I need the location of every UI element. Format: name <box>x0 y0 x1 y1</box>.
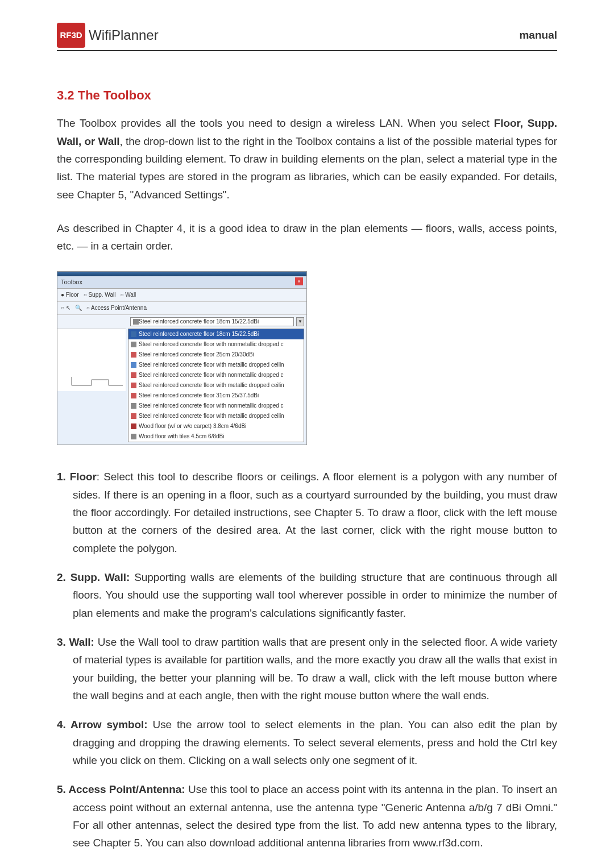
material-item-label: Steel reinforced concrete floor 31cm 25/… <box>139 391 259 400</box>
material-dropdown[interactable]: Steel reinforced concrete floor 18cm 15/… <box>57 315 306 329</box>
paragraph-2: As described in Chapter 4, it is a good … <box>57 219 557 255</box>
material-item-label: Steel reinforced concrete floor with non… <box>139 340 284 349</box>
material-item-label: Wood floor (w/ or w/o carpet) 3.8cm 4/6d… <box>139 422 246 431</box>
list-item: 3. Wall: Use the Wall tool to draw parti… <box>57 633 557 704</box>
item-title: Access Point/Antenna: <box>68 783 185 795</box>
item-number: 1. <box>57 471 70 483</box>
list-item: 2. Supp. Wall: Supporting walls are elem… <box>57 568 557 622</box>
app-titlebar <box>57 272 306 276</box>
toolbox-title: Toolbox <box>61 277 82 288</box>
numbered-list: 1. Floor: Select this tool to describe f… <box>57 468 557 852</box>
para1-a: The Toolbox provides all the tools you n… <box>57 117 494 129</box>
drawing-canvas[interactable] <box>57 329 126 391</box>
header-label: manual <box>519 27 557 44</box>
material-item-label: Steel reinforced concrete floor with met… <box>139 360 284 369</box>
chevron-down-icon[interactable]: ▼ <box>296 317 304 326</box>
radio-floor[interactable]: ● Floor <box>61 290 79 300</box>
list-item: 4. Arrow symbol: Use the arrow tool to s… <box>57 716 557 769</box>
item-title: Arrow symbol: <box>70 719 148 730</box>
logo: RF3D WifiPlanner <box>57 23 159 48</box>
material-list-item[interactable]: Steel reinforced concrete floor with met… <box>128 411 304 421</box>
material-item-label: Steel reinforced concrete floor 25cm 20/… <box>139 350 254 359</box>
material-list-item[interactable]: Steel reinforced concrete floor 31cm 25/… <box>128 391 304 401</box>
swatch-icon <box>131 352 136 358</box>
item-number: 4. <box>57 719 70 730</box>
material-list-item[interactable]: Steel reinforced concrete floor with non… <box>128 339 304 350</box>
material-list-item[interactable]: Steel reinforced concrete floor 18cm 15/… <box>128 329 304 339</box>
item-body: Use the Wall tool to draw partition wall… <box>73 636 557 701</box>
list-item: 1. Floor: Select this tool to describe f… <box>57 468 557 557</box>
item-number: 3. <box>57 636 69 648</box>
list-item: 5. Access Point/Antenna: Use this tool t… <box>57 780 557 852</box>
swatch-icon <box>133 319 139 325</box>
material-list-item[interactable]: Steel reinforced concrete floor with non… <box>128 401 304 411</box>
section-title: 3.2 The Toolbox <box>57 85 557 105</box>
radio-row: ● Floor ○ Supp. Wall ○ Wall <box>57 289 306 302</box>
close-icon[interactable]: × <box>295 277 303 285</box>
radio-ap[interactable]: ○ Access Point/Antenna <box>86 304 147 313</box>
item-number: 5. <box>57 783 68 795</box>
material-item-label: Steel reinforced concrete floor with non… <box>139 401 284 410</box>
item-number: 2. <box>57 571 70 583</box>
item-body: Select this tool to describe floors or c… <box>73 471 557 554</box>
para1-b: , the drop-down list to the right in the… <box>57 135 557 201</box>
swatch-icon <box>131 362 136 368</box>
item-title: Floor <box>70 471 97 483</box>
page-header: RF3D WifiPlanner manual <box>57 23 557 51</box>
magnify-tool-icon[interactable]: 🔍 <box>75 304 82 313</box>
item-body: Supporting walls are elements of the bui… <box>73 571 557 619</box>
dropdown-selected[interactable]: Steel reinforced concrete floor 18cm 15/… <box>130 317 294 326</box>
swatch-icon <box>131 342 136 347</box>
material-item-label: Wood floor with tiles 4.5cm 6/8dBi <box>139 432 224 441</box>
logo-icon: RF3D <box>57 23 85 48</box>
swatch-icon <box>131 403 136 409</box>
material-list-item[interactable]: Wood floor (w/ or w/o carpet) 3.8cm 4/6d… <box>128 421 304 431</box>
swatch-icon <box>131 423 136 429</box>
material-item-label: Steel reinforced concrete floor with met… <box>139 412 284 421</box>
radio-wall[interactable]: ○ Wall <box>120 290 136 300</box>
material-list-item[interactable]: Steel reinforced concrete floor 25cm 20/… <box>128 350 304 360</box>
swatch-icon <box>131 393 136 398</box>
material-list-item[interactable]: Steel reinforced concrete floor with met… <box>128 360 304 370</box>
swatch-icon <box>131 434 136 439</box>
paragraph-1: The Toolbox provides all the tools you n… <box>57 114 557 203</box>
item-title: Supp. Wall: <box>70 571 130 583</box>
arrow-tool-icon[interactable]: ○ ↖ <box>61 304 70 313</box>
material-list-item[interactable]: Wood floor with tiles 4.5cm 6/8dBi <box>128 431 304 442</box>
logo-text: WifiPlanner <box>89 24 159 46</box>
toolbox-titlebar: Toolbox × <box>57 276 306 289</box>
swatch-icon <box>131 331 136 337</box>
radio-suppwall[interactable]: ○ Supp. Wall <box>84 290 116 300</box>
radio-row-2: ○ ↖ 🔍 ○ Access Point/Antenna <box>57 302 306 315</box>
dropdown-value: Steel reinforced concrete floor 18cm 15/… <box>139 317 259 326</box>
canvas-shapes <box>69 374 171 388</box>
swatch-icon <box>131 413 136 419</box>
item-title: Wall: <box>69 636 94 648</box>
toolbox-screenshot: Toolbox × ● Floor ○ Supp. Wall ○ Wall ○ … <box>57 271 307 446</box>
material-item-label: Steel reinforced concrete floor 18cm 15/… <box>139 330 259 339</box>
